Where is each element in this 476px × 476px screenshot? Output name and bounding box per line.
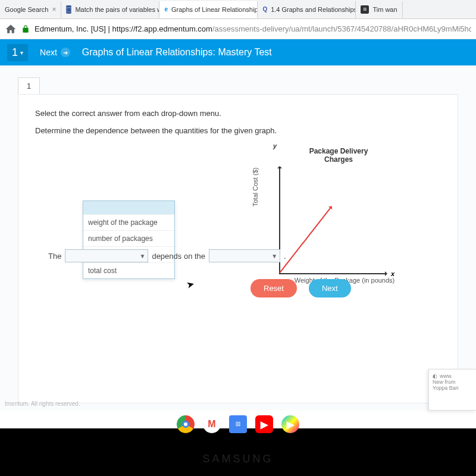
site-icon: ⬚ [66,5,71,14]
plot-area: x [279,167,386,274]
tab-label: Graphs of Linear Relationships: [171,6,258,13]
lock-icon[interactable] [21,25,30,33]
docs-icon[interactable]: ≡ [229,415,247,433]
answer-sentence: The ▼ depends on the ▼. [48,249,286,262]
dropdown-option[interactable]: total cost [83,262,174,278]
page-title: Graphs of Linear Relationships: Mastery … [82,47,272,58]
content-area: 1 Select the correct answer from each dr… [0,65,476,411]
tab-label: Google Search [5,6,48,13]
reset-button[interactable]: Reset [250,279,297,298]
x-axis [279,273,386,274]
tab-google[interactable]: Google Search × [0,1,61,18]
play-store-icon[interactable]: ▶ [281,415,299,433]
tab-match[interactable]: ⬚ Match the pairs of variables wit × [61,1,159,18]
dock: M ≡ ▶ ▶ [177,415,299,433]
tab-label: 1.4 Graphs and Relationships M [271,6,356,13]
site-icon: Q [262,5,267,14]
independent-select[interactable]: ▼ [209,249,280,262]
instruction-1: Select the correct answer from each drop… [35,109,441,118]
site-icon: B [361,5,369,14]
dropdown-highlight[interactable] [83,201,174,214]
instruction-2: Determine the dependence between the qua… [35,126,441,135]
notification-popup[interactable]: ◐www. New from Yoppa Ban [428,369,476,411]
dependent-select[interactable]: ▼ [65,249,148,262]
app-header: 1 ▾ Next ➜ Graphs of Linear Relationship… [0,39,476,65]
chevron-down-icon: ▾ [20,49,23,56]
next-top-button[interactable]: Next ➜ [40,48,70,57]
dropdown-option[interactable]: weight of the package [83,214,174,230]
browser-tabs: Google Search × ⬚ Match the pairs of var… [0,0,476,19]
arrow-right-icon: ➜ [61,48,70,57]
tab-tim[interactable]: B Tim wan [356,1,402,18]
tab-label: Tim wan [372,6,397,13]
tab-quizlet[interactable]: Q 1.4 Graphs and Relationships M × [258,1,356,18]
question-number-dropdown[interactable]: 1 ▾ [7,44,28,61]
data-line [279,206,331,273]
site-icon: e [164,5,168,14]
address-bar: Edmentum, Inc. [US] | https://f2.app.edm… [0,19,476,39]
brand-logo: SAMSUNG [202,453,273,465]
y-axis-label: Total Cost ($) [252,168,259,206]
chart-title: Package Delivery y Charges [267,147,410,164]
home-icon[interactable] [5,23,17,35]
y-variable: y [273,142,277,149]
footer-text: tmentum. All rights reserved. [5,400,80,407]
close-icon[interactable]: × [52,5,56,14]
cursor-icon: ➤ [185,278,195,292]
dropdown-option[interactable]: number of packages [83,230,174,246]
x-variable: x [391,270,394,277]
next-button[interactable]: Next [309,279,351,298]
youtube-icon[interactable]: ▶ [255,415,273,433]
url-text[interactable]: Edmentum, Inc. [US] | https://f2.app.edm… [35,24,471,33]
question-card: Select the correct answer from each drop… [18,94,458,403]
question-tab[interactable]: 1 [18,77,40,94]
chrome-icon[interactable] [177,415,195,433]
tab-graphs[interactable]: e Graphs of Linear Relationships: × [159,1,258,18]
chart: Package Delivery y Charges Total Cost ($… [255,147,410,284]
dropdown-options-list: weight of the package number of packages… [83,201,175,279]
tab-label: Match the pairs of variables wit [75,6,159,13]
chrome-icon: ◐ [433,373,437,379]
gmail-icon[interactable]: M [203,415,221,433]
